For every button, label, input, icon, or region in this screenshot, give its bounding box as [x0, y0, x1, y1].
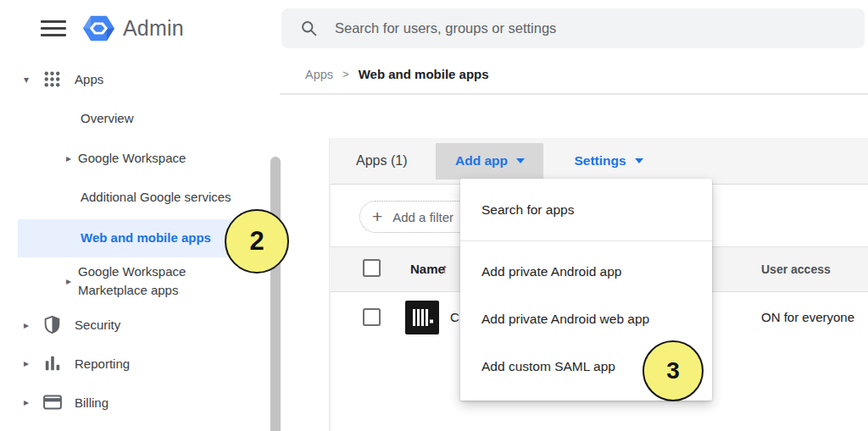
sidebar-item-billing[interactable]: ▸ Billing — [24, 395, 108, 410]
menu-item-add-private-android-web-app[interactable]: Add private Android web app — [460, 296, 712, 343]
annotation-step-2-label: 2 — [249, 226, 264, 257]
breadcrumb-parent[interactable]: Apps — [305, 68, 333, 81]
sidebar-scrollbar[interactable] — [270, 157, 281, 431]
sidebar-item-label: Security — [75, 318, 120, 332]
settings-button-label: Settings — [574, 153, 626, 169]
sidebar-item-apps[interactable]: ▾ Apps — [24, 69, 103, 89]
shield-icon — [43, 315, 61, 334]
chevron-right-icon[interactable]: ▸ — [24, 319, 29, 331]
breadcrumb: Apps > Web and mobile apps — [305, 67, 489, 81]
annotation-step-3: 3 — [643, 340, 704, 401]
menu-hamburger-icon[interactable] — [41, 20, 66, 36]
user-access-cell: ON for everyone — [761, 310, 854, 324]
chevron-right-icon[interactable]: ▸ — [24, 396, 29, 408]
search-icon — [300, 19, 318, 37]
sidebar-item-label: Reporting — [75, 356, 130, 371]
menu-item-search-for-apps[interactable]: Search for apps — [460, 179, 712, 241]
chevron-right-icon[interactable]: ▸ — [66, 275, 71, 287]
header-divider — [280, 93, 868, 95]
chevron-right-icon[interactable]: ▸ — [66, 152, 71, 164]
app-logo-icon — [405, 301, 439, 334]
sidebar-item-reporting[interactable]: ▸ Reporting — [24, 355, 130, 372]
sidebar-item-label: Google Workspace — [78, 151, 186, 165]
logo-text: Admin — [123, 16, 184, 41]
add-app-button-label: Add app — [455, 153, 508, 169]
row-checkbox[interactable] — [363, 308, 381, 326]
credit-card-icon — [43, 395, 62, 410]
breadcrumb-separator: > — [342, 68, 349, 80]
plus-icon: + — [372, 207, 382, 227]
caret-down-icon — [635, 158, 643, 163]
chevron-right-icon[interactable]: ▸ — [24, 357, 29, 369]
add-app-button[interactable]: Add app — [436, 143, 543, 180]
sidebar-item-web-and-mobile-apps[interactable]: Web and mobile apps — [81, 230, 211, 245]
chevron-down-icon[interactable]: ▾ — [24, 74, 29, 86]
menu-item-add-private-android-app[interactable]: Add private Android app — [460, 248, 712, 296]
sidebar-item-overview[interactable]: Overview — [81, 111, 134, 125]
settings-button[interactable]: Settings — [569, 145, 648, 177]
admin-logo[interactable]: Admin — [83, 13, 184, 44]
search-input[interactable]: Search for users, groups or settings — [281, 8, 865, 48]
caret-down-icon — [516, 158, 525, 163]
admin-logo-icon — [83, 13, 114, 44]
breadcrumb-current: Web and mobile apps — [359, 67, 489, 81]
apps-count-title: Apps (1) — [356, 153, 407, 169]
annotation-step-2: 2 — [225, 209, 289, 274]
column-header-user-access: User access — [761, 262, 831, 276]
app-name-cell[interactable]: C — [450, 310, 459, 324]
sidebar-item-label: Google Workspace Marketplace apps — [78, 262, 214, 300]
select-all-checkbox[interactable] — [363, 259, 381, 277]
apps-grid-icon — [42, 69, 62, 89]
sidebar-item-label: Apps — [75, 72, 103, 86]
sidebar-item-additional-google-services[interactable]: Additional Google services — [81, 190, 231, 204]
sidebar-item-marketplace-apps[interactable]: ▸ Google Workspace Marketplace apps — [66, 262, 214, 300]
sort-ascending-icon[interactable]: ↑ — [442, 261, 448, 275]
sidebar-item-label: Billing — [75, 395, 108, 410]
search-placeholder: Search for users, groups or settings — [335, 20, 556, 36]
add-filter-label: Add a filter — [392, 210, 453, 224]
bar-chart-icon — [44, 355, 61, 372]
apps-toolbar: Apps (1) Add app Settings — [330, 138, 868, 185]
sidebar-item-google-workspace[interactable]: ▸ Google Workspace — [66, 151, 186, 165]
sidebar-item-security[interactable]: ▸ Security — [24, 315, 120, 334]
column-header-name[interactable]: Name — [410, 262, 445, 276]
annotation-step-3-label: 3 — [666, 357, 680, 384]
